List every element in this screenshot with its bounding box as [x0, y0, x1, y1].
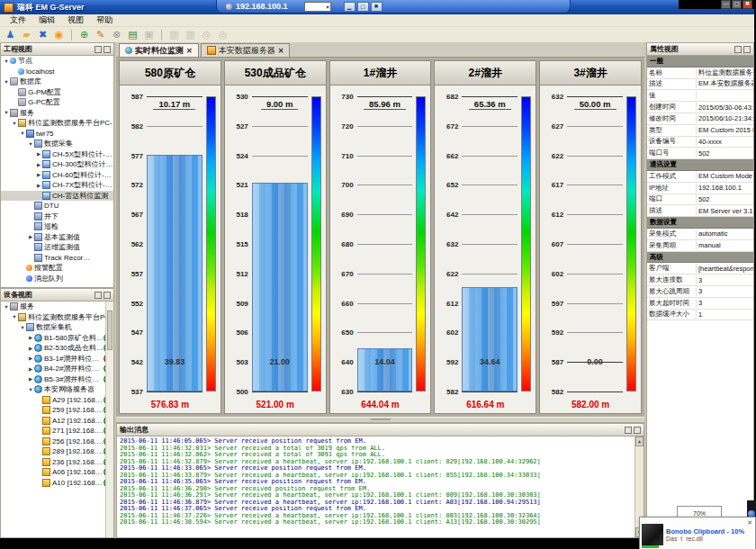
property-row[interactable]: 采集模式automatic: [647, 229, 753, 240]
expand-closed-icon[interactable]: ▶: [27, 346, 34, 351]
tree-item[interactable]: 236 [192.168.10.12]-: [1, 457, 113, 468]
expand-open-icon[interactable]: ▼: [19, 325, 26, 330]
add-icon[interactable]: ⊕: [77, 30, 91, 40]
device-tree-scrollbar[interactable]: [105, 302, 113, 537]
window-minimize-button[interactable]: —: [721, 0, 731, 9]
horizontal-splitter[interactable]: [116, 417, 644, 423]
expand-open-icon[interactable]: ▼: [3, 58, 10, 64]
menu-item-2[interactable]: 视图: [61, 14, 90, 26]
panel-close-icon[interactable]: [104, 292, 111, 299]
tree-item[interactable]: ▼数据采集: [1, 139, 113, 149]
expand-closed-icon[interactable]: ▶: [27, 366, 34, 372]
tree-item[interactable]: ▶基本监测值: [1, 232, 113, 243]
menu-item-0[interactable]: 文件: [4, 14, 32, 26]
panel-pin-icon[interactable]: [734, 46, 742, 53]
tree-item[interactable]: ▼本安网络服务器: [1, 384, 113, 395]
tree-item[interactable]: ▶CH-300型料位计-Ultr-: [1, 159, 113, 170]
tree-item[interactable]: Track Recor…: [1, 253, 113, 264]
tree-item[interactable]: ▶B1-580原矿仓料位仪-U2-: [1, 333, 113, 344]
property-row[interactable]: 类型EM Custom 2015 MC-: [647, 125, 753, 137]
expand-closed-icon[interactable]: ▶: [27, 356, 34, 361]
tree-item[interactable]: ▼料位监测数据服务平台PC-: [1, 118, 113, 129]
expand-open-icon[interactable]: ▼: [19, 130, 26, 136]
tree-item[interactable]: localhost: [1, 67, 113, 77]
expand-closed-icon[interactable]: ▶: [35, 183, 42, 188]
expand-open-icon[interactable]: ▼: [11, 121, 18, 126]
tree-item[interactable]: 运维监测值: [1, 242, 113, 253]
tree-item[interactable]: G-PC配置: [1, 97, 113, 108]
tree-item[interactable]: DTU: [1, 201, 113, 212]
property-row[interactable]: 设备编号40-xxxx: [647, 137, 753, 148]
notification-popup[interactable]: Bonobo Clipboard - 10% Das_t_rec.dll ✕: [639, 517, 756, 549]
property-row[interactable]: 最大超时时间3: [647, 298, 753, 310]
panel-pin-icon[interactable]: [94, 292, 102, 299]
tree-item[interactable]: ▼服务: [1, 108, 113, 119]
tab-close-icon[interactable]: ✕: [278, 47, 284, 55]
property-section[interactable]: 数据设置: [647, 217, 753, 229]
expand-open-icon[interactable]: ▼: [3, 79, 10, 85]
tree-item[interactable]: ▼节点: [1, 56, 113, 67]
disconnect-icon[interactable]: ✖: [36, 30, 50, 40]
property-row[interactable]: 创建时间2015/05/30-06:43:17-: [647, 102, 753, 113]
property-row[interactable]: 客户端[heartbeat&response-EM-: [647, 263, 753, 274]
property-row[interactable]: 最大心跳周期3: [647, 286, 753, 298]
tree-item[interactable]: ▼服务: [1, 302, 113, 312]
panel-close-icon[interactable]: [743, 46, 751, 53]
expand-closed-icon[interactable]: ▶: [35, 151, 42, 157]
tree-item[interactable]: 259 [192.168.10.5]-: [1, 405, 113, 416]
notification-close-icon[interactable]: ✕: [746, 519, 753, 526]
expand-closed-icon[interactable]: ▶: [27, 335, 34, 340]
expand-open-icon[interactable]: ▼: [3, 304, 10, 310]
tab-2[interactable]: 本安数据服务器✕: [201, 43, 291, 57]
expand-open-icon[interactable]: ▼: [27, 141, 34, 147]
property-section[interactable]: 一般: [647, 56, 753, 68]
panel-pin-icon[interactable]: [94, 46, 102, 53]
tree-item[interactable]: ▶B5-3#溜井料位仪-U2-: [1, 374, 113, 385]
tree-item[interactable]: ▼料位监测数据服务平台PC-: [1, 312, 113, 323]
session-close-button[interactable]: ✖: [371, 2, 382, 12]
property-section[interactable]: 高级: [647, 252, 753, 264]
property-row[interactable]: IP地址192.168.100.1: [647, 183, 753, 194]
window-close-button[interactable]: ✖: [742, 0, 752, 9]
property-row[interactable]: 端口502: [647, 194, 753, 206]
zoom-dropdown[interactable]: ▾: [304, 2, 331, 12]
expand-closed-icon[interactable]: ▶: [27, 234, 34, 239]
panel-pin-icon[interactable]: [625, 427, 632, 434]
pin-icon[interactable]: [226, 4, 232, 10]
tree-item[interactable]: A29 [192.168.10.2]-: [1, 395, 113, 406]
tree-item[interactable]: ▶B4-2#溜井料位仪-U2-: [1, 364, 113, 374]
expand-open-icon[interactable]: ▼: [11, 314, 18, 320]
remove-icon[interactable]: ⊗: [110, 30, 123, 40]
menu-item-3[interactable]: 帮助: [90, 14, 119, 26]
property-row[interactable]: 名称料位监测数据服务平台PC-: [647, 68, 753, 79]
tree-item[interactable]: ▼数据采集机: [1, 322, 113, 333]
tree-item[interactable]: 巡检: [1, 221, 113, 232]
tree-item[interactable]: G-PM配置: [1, 87, 113, 98]
connect-user-icon[interactable]: ♟: [4, 30, 17, 40]
property-row[interactable]: 描述EM Server ver 3.1: [647, 205, 753, 217]
expand-closed-icon[interactable]: ▶: [35, 172, 42, 177]
property-row[interactable]: 最大连接数3: [647, 274, 753, 286]
session-restore-button[interactable]: ▢: [357, 2, 369, 12]
tree-item[interactable]: 256 [192.168.10.9]-: [1, 436, 113, 447]
session-minimize-button[interactable]: ▁: [344, 2, 356, 12]
property-row[interactable]: 修改时间2015/06/10-21:34:21-: [647, 113, 753, 125]
tree-item[interactable]: ▼数据库: [1, 76, 113, 87]
property-row[interactable]: 端口号502: [647, 148, 753, 159]
property-row[interactable]: 采集周期manual: [647, 240, 753, 252]
tree-item[interactable]: CH-雷达料位监测: [1, 191, 113, 202]
property-section[interactable]: 通讯设置: [647, 159, 753, 171]
tree-item[interactable]: ▶CH-60型料位计-Ultr-: [1, 170, 113, 181]
property-row[interactable]: 工作模式EM Custom Mode: [647, 171, 753, 183]
tree-item[interactable]: 289 [192.168.10.11]-: [1, 446, 113, 457]
expand-closed-icon[interactable]: ▶: [27, 376, 34, 382]
tree-item[interactable]: 消息队列: [1, 274, 113, 284]
tree-item[interactable]: 报警配置: [1, 263, 113, 274]
expand-closed-icon[interactable]: ▶: [35, 162, 42, 167]
tree-item[interactable]: A10 [192.168.10.15]-: [1, 478, 113, 489]
menu-item-1[interactable]: 编辑: [32, 14, 61, 26]
panel-close-icon[interactable]: [104, 46, 111, 53]
table-view-icon[interactable]: ▤: [126, 30, 140, 40]
scroll-up-icon[interactable]: ▲: [635, 436, 644, 446]
tab-close-icon[interactable]: ✕: [186, 47, 193, 55]
